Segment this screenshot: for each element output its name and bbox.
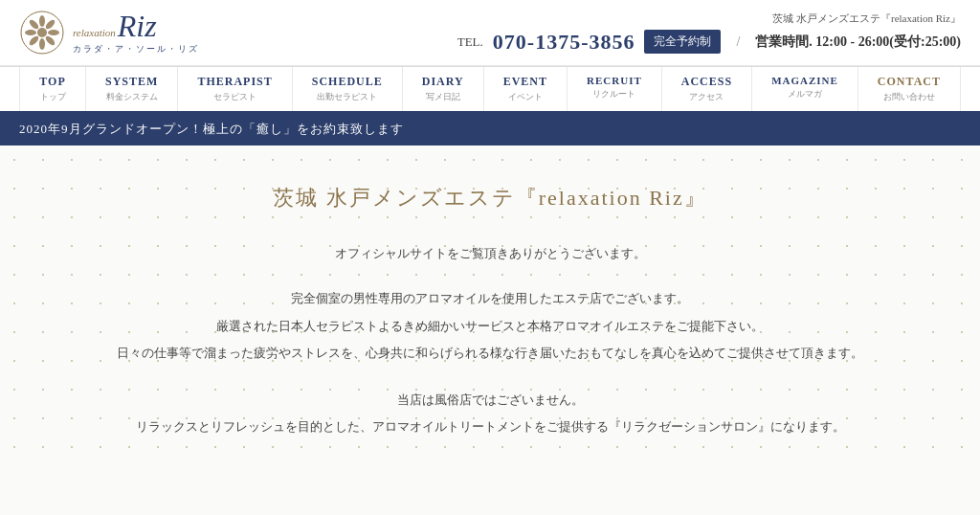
header-right: 茨城 水戸メンズエステ『relaxation Riz』 TEL. 070-137… [457, 11, 961, 55]
page-title: 茨城 水戸メンズエステ『relaxation Riz』 [19, 184, 961, 213]
nav-event[interactable]: EVENT イベント [484, 67, 568, 111]
nav-contact-en: CONTACT [878, 75, 941, 89]
nav-schedule[interactable]: SCHEDULE 出勤セラピスト [293, 67, 403, 111]
svg-point-5 [39, 38, 45, 50]
announcement-text: 2020年9月グランドオープン！極上の「癒し」をお約束致します [19, 122, 404, 136]
nav-access-en: ACCESS [681, 75, 732, 89]
desc-line-3: 日々の仕事等で溜まった疲労やストレスを、心身共に和らげられる様な行き届いたおもて… [19, 340, 961, 368]
nav-contact-ja: お問い合わせ [883, 91, 935, 103]
svg-point-6 [28, 34, 40, 47]
nav-recruit-ja: リクルート [592, 88, 635, 101]
nav-diary[interactable]: DIARY 写メ日記 [403, 67, 484, 111]
nav-magazine-en: MAGAZINE [771, 75, 838, 86]
header: relaxation Riz カラダ・ア・ソール・リズ 茨城 水戸メンズエステ『… [0, 0, 980, 66]
nav-top[interactable]: TOP トップ [19, 67, 86, 111]
nav-access-ja: アクセス [689, 91, 724, 103]
nav-access[interactable]: ACCESS アクセス [662, 67, 752, 111]
notice-line-1: 当店は風俗店ではございません。 [19, 387, 961, 414]
reservation-button[interactable]: 完全予約制 [644, 30, 721, 54]
main-content: 茨城 水戸メンズエステ『relaxation Riz』 オフィシャルサイトをご覧… [0, 146, 980, 460]
logo-emblem-icon [19, 10, 65, 56]
nav-schedule-ja: 出勤セラピスト [317, 91, 377, 103]
svg-point-8 [28, 18, 40, 31]
tel-number: 070-1375-3856 [493, 30, 635, 55]
logo-text-area: relaxation Riz カラダ・ア・ソール・リズ [73, 11, 199, 56]
nav-diary-en: DIARY [422, 75, 464, 89]
tel-row: TEL. 070-1375-3856 完全予約制 / 営業時間. 12:00 -… [457, 30, 961, 55]
hours-label: 営業時間. [755, 34, 813, 49]
nav-event-en: EVENT [503, 75, 547, 89]
hours-value: 12:00 - 26:00(受付:25:00) [815, 34, 961, 49]
svg-point-3 [48, 30, 59, 35]
svg-point-9 [37, 28, 47, 37]
nav-therapist-en: THERAPIST [197, 75, 272, 89]
nav-therapist-ja: セラピスト [213, 91, 256, 103]
logo-area: relaxation Riz カラダ・ア・ソール・リズ [19, 10, 199, 56]
logo-cursive: relaxation [73, 27, 116, 38]
svg-point-4 [44, 34, 56, 47]
intro-text: オフィシャルサイトをご覧頂きありがとうございます。 [19, 241, 961, 266]
nav-contact[interactable]: CONTACT お問い合わせ [858, 67, 961, 111]
desc-line-1: 完全個室の男性専用のアロマオイルを使用したエステ店でございます。 [19, 285, 961, 313]
nav-system-ja: 料金システム [106, 91, 158, 103]
svg-point-2 [44, 18, 56, 31]
notice-block: 当店は風俗店ではございません。 リラックスとリフレッシュを目的とした、アロマオイ… [19, 387, 961, 441]
nav-top-ja: トップ [40, 91, 66, 103]
main-navigation: TOP トップ SYSTEM 料金システム THERAPIST セラピスト SC… [0, 66, 980, 113]
desc-line-2: 厳選された日本人セラピストよるきめ細かいサービスと本格アロマオイルエステをご提能… [19, 313, 961, 341]
nav-system[interactable]: SYSTEM 料金システム [86, 67, 178, 111]
business-hours: 営業時間. 12:00 - 26:00(受付:25:00) [755, 34, 961, 51]
tel-label: TEL. [457, 34, 483, 50]
notice-line-2: リラックスとリフレッシュを目的とした、アロマオイルトリートメントをご提供する『リ… [19, 414, 961, 441]
nav-schedule-en: SCHEDULE [312, 75, 383, 89]
svg-point-1 [39, 15, 45, 27]
svg-point-7 [25, 30, 36, 35]
nav-system-en: SYSTEM [105, 75, 158, 89]
description-block: 完全個室の男性専用のアロマオイルを使用したエステ店でございます。 厳選された日本… [19, 285, 961, 368]
nav-top-en: TOP [39, 75, 65, 89]
nav-magazine[interactable]: MAGAZINE メルマガ [752, 67, 858, 111]
nav-diary-ja: 写メ日記 [426, 91, 460, 103]
logo-main-text: Riz [118, 11, 157, 41]
nav-event-ja: イベント [508, 91, 543, 103]
nav-recruit-en: RECRUIT [587, 75, 642, 86]
separator: / [736, 34, 740, 50]
site-name-header: 茨城 水戸メンズエステ『relaxation Riz』 [772, 11, 961, 26]
nav-magazine-ja: メルマガ [788, 88, 822, 101]
logo-subtitle: カラダ・ア・ソール・リズ [73, 43, 199, 56]
nav-therapist[interactable]: THERAPIST セラピスト [178, 67, 292, 111]
nav-recruit[interactable]: RECRUIT リクルート [568, 67, 662, 111]
announcement-banner: 2020年9月グランドオープン！極上の「癒し」をお約束致します [0, 113, 980, 146]
